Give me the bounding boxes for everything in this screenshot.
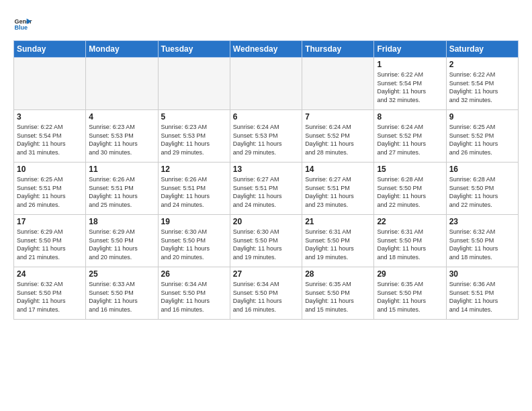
logo-icon: General Blue (13, 15, 32, 34)
calendar-cell (230, 58, 302, 110)
calendar-week-row: 10Sunrise: 6:25 AM Sunset: 5:51 PM Dayli… (14, 163, 519, 215)
calendar-cell: 15Sunrise: 6:28 AM Sunset: 5:50 PM Dayli… (374, 163, 446, 215)
day-info: Sunrise: 6:29 AM Sunset: 5:50 PM Dayligh… (17, 228, 83, 261)
day-number: 17 (17, 217, 83, 226)
calendar-cell: 8Sunrise: 6:24 AM Sunset: 5:52 PM Daylig… (374, 110, 446, 163)
day-number: 7 (305, 112, 371, 122)
day-number: 19 (161, 217, 227, 226)
day-number: 13 (233, 165, 299, 174)
calendar-week-row: 3Sunrise: 6:22 AM Sunset: 5:54 PM Daylig… (14, 110, 519, 163)
calendar-cell: 22Sunrise: 6:31 AM Sunset: 5:50 PM Dayli… (374, 215, 446, 267)
day-number: 3 (17, 112, 83, 122)
day-number: 1 (377, 60, 443, 69)
calendar-cell: 13Sunrise: 6:27 AM Sunset: 5:51 PM Dayli… (230, 163, 302, 215)
day-number: 5 (161, 112, 227, 122)
day-header-sunday: Sunday (14, 41, 86, 58)
day-info: Sunrise: 6:32 AM Sunset: 5:50 PM Dayligh… (17, 280, 83, 314)
day-number: 11 (89, 165, 154, 174)
day-number: 9 (449, 112, 515, 122)
calendar-cell: 25Sunrise: 6:33 AM Sunset: 5:50 PM Dayli… (86, 267, 158, 320)
day-info: Sunrise: 6:24 AM Sunset: 5:52 PM Dayligh… (377, 123, 443, 156)
day-number: 12 (161, 165, 227, 174)
day-number: 15 (377, 165, 443, 174)
day-header-friday: Friday (374, 41, 446, 58)
day-info: Sunrise: 6:35 AM Sunset: 5:50 PM Dayligh… (377, 280, 443, 314)
day-number: 30 (449, 269, 515, 279)
day-info: Sunrise: 6:34 AM Sunset: 5:50 PM Dayligh… (233, 280, 299, 314)
day-info: Sunrise: 6:35 AM Sunset: 5:50 PM Dayligh… (305, 280, 371, 314)
calendar-header-row: SundayMondayTuesdayWednesdayThursdayFrid… (14, 41, 519, 58)
day-info: Sunrise: 6:22 AM Sunset: 5:54 PM Dayligh… (17, 123, 83, 156)
day-number: 21 (305, 217, 371, 226)
day-info: Sunrise: 6:25 AM Sunset: 5:52 PM Dayligh… (449, 123, 515, 156)
day-number: 2 (449, 60, 515, 69)
day-info: Sunrise: 6:23 AM Sunset: 5:53 PM Dayligh… (161, 123, 227, 156)
day-info: Sunrise: 6:25 AM Sunset: 5:51 PM Dayligh… (17, 175, 83, 209)
calendar-cell: 16Sunrise: 6:28 AM Sunset: 5:50 PM Dayli… (446, 163, 518, 215)
calendar-week-row: 1Sunrise: 6:22 AM Sunset: 5:54 PM Daylig… (14, 58, 519, 110)
calendar: SundayMondayTuesdayWednesdayThursdayFrid… (13, 40, 519, 320)
calendar-cell: 2Sunrise: 6:22 AM Sunset: 5:54 PM Daylig… (446, 58, 518, 110)
day-info: Sunrise: 6:24 AM Sunset: 5:52 PM Dayligh… (305, 123, 371, 156)
calendar-cell: 28Sunrise: 6:35 AM Sunset: 5:50 PM Dayli… (302, 267, 374, 320)
day-number: 16 (449, 165, 515, 174)
day-info: Sunrise: 6:26 AM Sunset: 5:51 PM Dayligh… (89, 175, 154, 209)
calendar-cell: 29Sunrise: 6:35 AM Sunset: 5:50 PM Dayli… (374, 267, 446, 320)
calendar-cell (158, 58, 230, 110)
day-info: Sunrise: 6:33 AM Sunset: 5:50 PM Dayligh… (89, 280, 154, 314)
day-number: 29 (377, 269, 443, 279)
day-header-tuesday: Tuesday (158, 41, 230, 58)
day-info: Sunrise: 6:34 AM Sunset: 5:50 PM Dayligh… (161, 280, 227, 314)
day-info: Sunrise: 6:27 AM Sunset: 5:51 PM Dayligh… (233, 175, 299, 209)
day-info: Sunrise: 6:29 AM Sunset: 5:50 PM Dayligh… (89, 228, 154, 261)
calendar-cell: 11Sunrise: 6:26 AM Sunset: 5:51 PM Dayli… (86, 163, 158, 215)
calendar-cell: 6Sunrise: 6:24 AM Sunset: 5:53 PM Daylig… (230, 110, 302, 163)
day-number: 18 (89, 217, 154, 226)
calendar-cell: 3Sunrise: 6:22 AM Sunset: 5:54 PM Daylig… (14, 110, 86, 163)
calendar-week-row: 17Sunrise: 6:29 AM Sunset: 5:50 PM Dayli… (14, 215, 519, 267)
page: General Blue SundayMondayTuesdayWednesda… (0, 0, 532, 333)
calendar-cell: 26Sunrise: 6:34 AM Sunset: 5:50 PM Dayli… (158, 267, 230, 320)
day-info: Sunrise: 6:31 AM Sunset: 5:50 PM Dayligh… (305, 228, 371, 261)
calendar-cell: 18Sunrise: 6:29 AM Sunset: 5:50 PM Dayli… (86, 215, 158, 267)
day-info: Sunrise: 6:27 AM Sunset: 5:51 PM Dayligh… (305, 175, 371, 209)
day-header-saturday: Saturday (446, 41, 518, 58)
calendar-cell: 23Sunrise: 6:32 AM Sunset: 5:50 PM Dayli… (446, 215, 518, 267)
calendar-cell (14, 58, 86, 110)
day-number: 14 (305, 165, 371, 174)
day-info: Sunrise: 6:36 AM Sunset: 5:51 PM Dayligh… (449, 280, 515, 314)
calendar-week-row: 24Sunrise: 6:32 AM Sunset: 5:50 PM Dayli… (14, 267, 519, 320)
calendar-cell: 7Sunrise: 6:24 AM Sunset: 5:52 PM Daylig… (302, 110, 374, 163)
calendar-cell: 5Sunrise: 6:23 AM Sunset: 5:53 PM Daylig… (158, 110, 230, 163)
day-info: Sunrise: 6:22 AM Sunset: 5:54 PM Dayligh… (377, 71, 443, 104)
calendar-cell: 10Sunrise: 6:25 AM Sunset: 5:51 PM Dayli… (14, 163, 86, 215)
calendar-cell: 14Sunrise: 6:27 AM Sunset: 5:51 PM Dayli… (302, 163, 374, 215)
calendar-cell: 30Sunrise: 6:36 AM Sunset: 5:51 PM Dayli… (446, 267, 518, 320)
day-number: 25 (89, 269, 154, 279)
calendar-cell (86, 58, 158, 110)
day-number: 8 (377, 112, 443, 122)
day-info: Sunrise: 6:23 AM Sunset: 5:53 PM Dayligh… (89, 123, 154, 156)
calendar-cell: 17Sunrise: 6:29 AM Sunset: 5:50 PM Dayli… (14, 215, 86, 267)
calendar-cell: 27Sunrise: 6:34 AM Sunset: 5:50 PM Dayli… (230, 267, 302, 320)
calendar-cell: 9Sunrise: 6:25 AM Sunset: 5:52 PM Daylig… (446, 110, 518, 163)
calendar-cell: 20Sunrise: 6:30 AM Sunset: 5:50 PM Dayli… (230, 215, 302, 267)
logo: General Blue (13, 15, 34, 34)
calendar-cell: 19Sunrise: 6:30 AM Sunset: 5:50 PM Dayli… (158, 215, 230, 267)
calendar-cell: 21Sunrise: 6:31 AM Sunset: 5:50 PM Dayli… (302, 215, 374, 267)
calendar-cell (302, 58, 374, 110)
day-number: 20 (233, 217, 299, 226)
day-number: 24 (17, 269, 83, 279)
day-number: 23 (449, 217, 515, 226)
day-header-wednesday: Wednesday (230, 41, 302, 58)
day-info: Sunrise: 6:28 AM Sunset: 5:50 PM Dayligh… (449, 175, 515, 209)
day-number: 26 (161, 269, 227, 279)
day-number: 28 (305, 269, 371, 279)
calendar-cell: 1Sunrise: 6:22 AM Sunset: 5:54 PM Daylig… (374, 58, 446, 110)
header: General Blue (13, 11, 519, 34)
day-number: 10 (17, 165, 83, 174)
day-number: 4 (89, 112, 154, 122)
day-info: Sunrise: 6:26 AM Sunset: 5:51 PM Dayligh… (161, 175, 227, 209)
day-info: Sunrise: 6:30 AM Sunset: 5:50 PM Dayligh… (161, 228, 227, 261)
day-info: Sunrise: 6:22 AM Sunset: 5:54 PM Dayligh… (449, 71, 515, 104)
